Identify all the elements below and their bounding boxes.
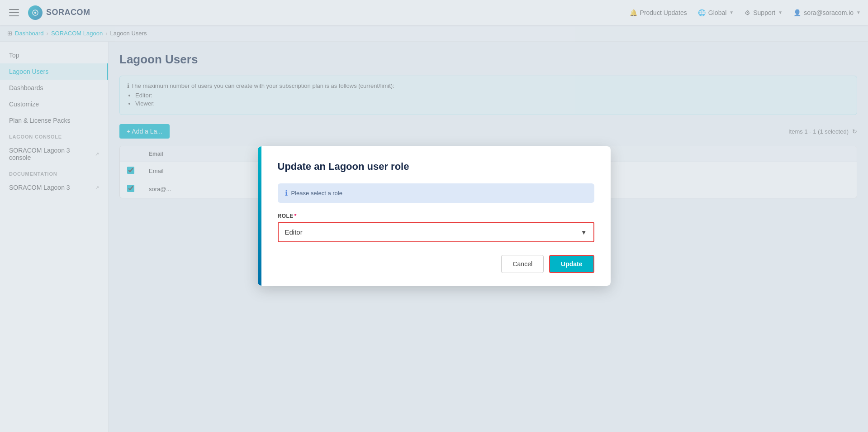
update-button[interactable]: Update — [549, 255, 594, 273]
modal-body: Update an Lagoon user role ℹ Please sele… — [258, 146, 611, 286]
role-field-label: ROLE* — [278, 213, 594, 219]
role-select[interactable]: Editor Viewer Admin — [279, 223, 593, 241]
modal-title: Update an Lagoon user role — [278, 161, 594, 173]
info-circle-icon: ℹ — [285, 189, 288, 197]
modal-info-text: Please select a role — [291, 190, 342, 197]
modal-footer: Cancel Update — [278, 255, 594, 273]
modal: Update an Lagoon user role ℹ Please sele… — [258, 146, 611, 286]
modal-accent-bar — [258, 146, 261, 286]
required-marker: * — [294, 213, 297, 219]
role-select-wrapper: Editor Viewer Admin ▼ — [278, 222, 594, 242]
modal-overlay: Update an Lagoon user role ℹ Please sele… — [0, 0, 868, 432]
modal-info-banner: ℹ Please select a role — [278, 183, 594, 203]
cancel-button[interactable]: Cancel — [501, 255, 544, 273]
